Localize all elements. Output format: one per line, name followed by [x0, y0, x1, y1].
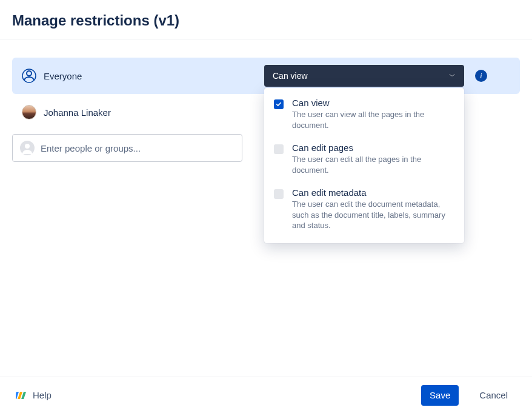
option-texts: Can view The user can view all the pages…	[292, 98, 453, 130]
people-input-row	[12, 134, 242, 162]
option-title: Can view	[292, 98, 453, 108]
identity-user: Johanna Linaker	[22, 105, 264, 119]
everyone-label: Everyone	[44, 71, 82, 81]
option-can-edit-pages[interactable]: Can edit pages The user can edit all the…	[264, 136, 464, 181]
dialog-content: Everyone Can view ﹀ i Johanna Linaker	[0, 39, 532, 377]
everyone-icon	[22, 69, 36, 83]
people-input-wrapper[interactable]	[12, 134, 242, 162]
checkbox-checked-icon	[274, 99, 284, 109]
chevron-down-icon: ﹀	[449, 72, 456, 81]
save-button[interactable]: Save	[421, 385, 459, 406]
option-title: Can edit pages	[292, 143, 453, 153]
checkbox-unchecked-icon	[274, 144, 284, 154]
option-can-view[interactable]: Can view The user can view all the pages…	[264, 92, 464, 136]
identity-everyone: Everyone	[22, 69, 264, 83]
help-icon	[16, 390, 27, 401]
checkbox-unchecked-icon	[274, 189, 284, 199]
cancel-button[interactable]: Cancel	[471, 385, 516, 406]
permission-select-value: Can view	[273, 71, 308, 81]
help-link[interactable]: Help	[16, 390, 52, 401]
user-name: Johanna Linaker	[44, 107, 111, 118]
option-desc: The user can edit all the pages in the d…	[292, 154, 453, 175]
permission-dropdown: Can view The user can view all the pages…	[264, 88, 464, 243]
option-texts: Can edit metadata The user can edit the …	[292, 187, 453, 231]
option-can-edit-metadata[interactable]: Can edit metadata The user can edit the …	[264, 181, 464, 237]
option-title: Can edit metadata	[292, 187, 453, 198]
permission-select-everyone[interactable]: Can view ﹀	[264, 65, 464, 87]
page-title: Manage restrictions (v1)	[12, 12, 520, 29]
option-texts: Can edit pages The user can edit all the…	[292, 143, 453, 175]
info-icon[interactable]: i	[475, 70, 487, 82]
dialog-footer: Help Save Cancel	[0, 377, 532, 413]
option-desc: The user can view all the pages in the d…	[292, 109, 453, 130]
option-desc: The user can edit the document metadata,…	[292, 199, 453, 231]
avatar	[22, 105, 36, 119]
svg-point-0	[27, 71, 32, 76]
svg-point-3	[25, 144, 30, 149]
person-icon	[20, 141, 35, 155]
help-label: Help	[33, 390, 52, 400]
dialog-header: Manage restrictions (v1)	[0, 0, 532, 39]
people-input[interactable]	[41, 143, 234, 153]
